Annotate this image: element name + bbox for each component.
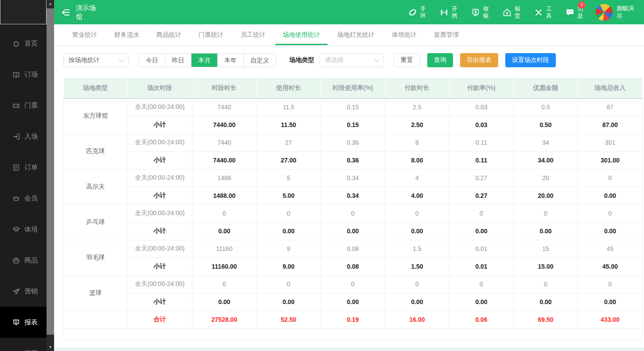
menu-fold-icon[interactable] <box>60 7 71 18</box>
table-cell: 0.34 <box>321 187 385 204</box>
venue-name-cell: 匹克球 <box>64 134 128 169</box>
scrollbar-down-arrow-icon[interactable]: ▼ <box>47 346 54 349</box>
user-menu[interactable]: 旗舰演示 <box>596 4 635 21</box>
table-cell: 0.5 <box>514 98 578 116</box>
table-cell: 0.11 <box>449 151 514 169</box>
table-cell: 20 <box>514 169 578 187</box>
sidebar-item-marketing[interactable]: 营销 <box>0 276 47 307</box>
period-cell: 全天(00:00-24:00) <box>128 204 192 222</box>
venue-type-select[interactable]: 请选择 <box>320 53 384 67</box>
topbar: 演示场馆 手环开闸收银租赁工具消息7 旗舰演示 <box>54 0 644 24</box>
date-button-yesterday[interactable]: 昨日 <box>165 54 191 67</box>
table-cell: 0.34 <box>321 169 385 187</box>
table-cell: 0.00 <box>257 222 321 240</box>
venue-type-placeholder: 请选择 <box>325 56 343 64</box>
venue-type-label: 场地类型 <box>289 56 314 64</box>
table-cell: 34.00 <box>514 151 578 169</box>
topbar-action-label: 手环 <box>420 5 426 19</box>
tab-goods-stats[interactable]: 商品统计 <box>149 24 189 45</box>
date-button-today[interactable]: 今日 <box>139 54 165 67</box>
period-cell: 全天(00:00-24:00) <box>128 169 192 187</box>
topbar-action-wristband[interactable]: 手环 <box>408 5 426 19</box>
date-button-this-month[interactable]: 本月 <box>191 54 217 67</box>
sidebar-item-goods[interactable]: 商品 <box>0 245 47 276</box>
table-cell: 69.50 <box>514 311 578 328</box>
tab-business-stats[interactable]: 营业统计 <box>65 24 105 45</box>
reset-button[interactable]: 重置 <box>394 53 420 67</box>
table-cell: 1.5 <box>385 240 449 258</box>
query-button[interactable]: 查询 <box>427 53 453 67</box>
tab-venue-usage-stats[interactable]: 场地使用统计 <box>275 24 328 45</box>
table-cell: 8 <box>385 134 449 151</box>
table-column-header: 时段时长 <box>192 78 257 98</box>
table-cell: 0 <box>578 275 643 293</box>
sidebar-item-settings[interactable]: 设置 <box>0 338 47 351</box>
tab-finance-flow[interactable]: 财务流水 <box>107 24 147 45</box>
subtotal-row: 小计0.000.000.000.000.000.000.00 <box>64 293 643 311</box>
table-cell: 5.00 <box>257 187 321 204</box>
sidebar-item-order[interactable]: 订单 <box>0 152 47 183</box>
export-report-button[interactable]: 导出报表 <box>460 53 498 67</box>
table-cell: 0.00 <box>321 222 385 240</box>
table-column-header: 时段使用率(%) <box>321 78 385 98</box>
main-area: 演示场馆 手环开闸收银租赁工具消息7 旗舰演示 营业统计财务流水商品统计门票统计… <box>54 0 644 351</box>
table-row: 高尔夫全天(00:00-24:00)148850.3440.27200 <box>64 169 643 187</box>
sidebar-item-entry[interactable]: 入场 <box>0 121 47 152</box>
table-cell: 2.5 <box>385 98 449 116</box>
tab-staff-stats[interactable]: 员工统计 <box>233 24 273 45</box>
sidebar-item-member[interactable]: 会员 <box>0 183 47 214</box>
table-cell: 0.00 <box>449 222 514 240</box>
wristband-icon <box>408 8 418 17</box>
sidebar-item-ticket[interactable]: 门票 <box>0 90 47 121</box>
table-cell: 0.15 <box>321 116 385 134</box>
chevron-down-icon <box>374 57 379 62</box>
message-badge: 7 <box>578 1 585 9</box>
table-cell: 0.15 <box>321 98 385 116</box>
sidebar-item-report[interactable]: 报表 <box>0 307 47 338</box>
topbar-action-rental[interactable]: 租赁 <box>502 5 521 19</box>
tab-invoice-mgmt[interactable]: 发票管理 <box>426 24 466 45</box>
table-cell: 7440.00 <box>192 151 257 169</box>
subtotal-row: 小计0.000.000.000.000.000.000.00 <box>64 222 643 240</box>
subtotal-row: 小计7440.0011.500.152.500.030.5087.00 <box>64 116 643 134</box>
table-cell: 1.50 <box>385 258 449 275</box>
topbar-action-cashier[interactable]: 收银 <box>471 5 489 19</box>
sidebar-item-label: 订场 <box>24 70 38 79</box>
group-by-select[interactable]: 按场地统计 <box>63 53 129 67</box>
topbar-action-gate[interactable]: 开闸 <box>439 5 458 19</box>
date-button-custom[interactable]: 自定义 <box>243 54 276 67</box>
subtotal-label-cell: 小计 <box>128 222 192 240</box>
gate-icon <box>439 8 449 17</box>
table-cell: 9 <box>257 240 321 258</box>
tab-training-stats[interactable]: 体培统计 <box>384 24 424 45</box>
table-header: 场地类型场次时段时段时长使用时长时段使用率(%)付款时长付款率(%)优惠金额场地… <box>64 78 643 98</box>
scrollbar-up-arrow-icon[interactable]: ▲ <box>47 2 54 6</box>
avatar[interactable] <box>596 4 613 21</box>
topbar-action-tools[interactable]: 工具 <box>534 5 552 19</box>
home-icon <box>12 39 20 48</box>
user-name: 旗舰演示 <box>617 5 635 20</box>
table-cell: 0.00 <box>192 293 257 311</box>
sidebar-scrollbar[interactable]: ▲ ▼ <box>47 0 54 351</box>
table-cell: 0.11 <box>449 134 514 151</box>
sidebar-item-label: 首页 <box>24 39 38 48</box>
sidebar-item-label: 报表 <box>24 318 38 327</box>
sidebar-item-training[interactable]: 体培 <box>0 214 47 245</box>
set-session-period-button[interactable]: 设置场次时段 <box>505 53 556 67</box>
date-button-this-year[interactable]: 本年 <box>217 54 243 67</box>
tab-venue-light-stats[interactable]: 场地灯光统计 <box>330 24 382 45</box>
table-cell: 8.00 <box>385 151 449 169</box>
period-cell: 全天(00:00-24:00) <box>128 98 192 116</box>
sidebar-item-home[interactable]: 首页 <box>0 28 47 59</box>
table-row: 篮球全天(00:00-24:00)0000000 <box>64 275 643 293</box>
sidebar-item-label: 门票 <box>24 101 38 110</box>
tab-ticket-stats[interactable]: 门票统计 <box>191 24 231 45</box>
scrollbar-thumb[interactable] <box>47 8 54 335</box>
group-by-value: 按场地统计 <box>69 56 100 64</box>
table-cell: 0.00 <box>514 293 578 311</box>
sidebar-item-booking[interactable]: 订场 <box>0 59 47 90</box>
venue-name-cell: 高尔夫 <box>64 169 128 204</box>
topbar-action-message[interactable]: 消息7 <box>565 5 584 19</box>
sidebar-item-label: 入场 <box>24 132 38 141</box>
sidebar-item-label: 商品 <box>24 256 38 265</box>
